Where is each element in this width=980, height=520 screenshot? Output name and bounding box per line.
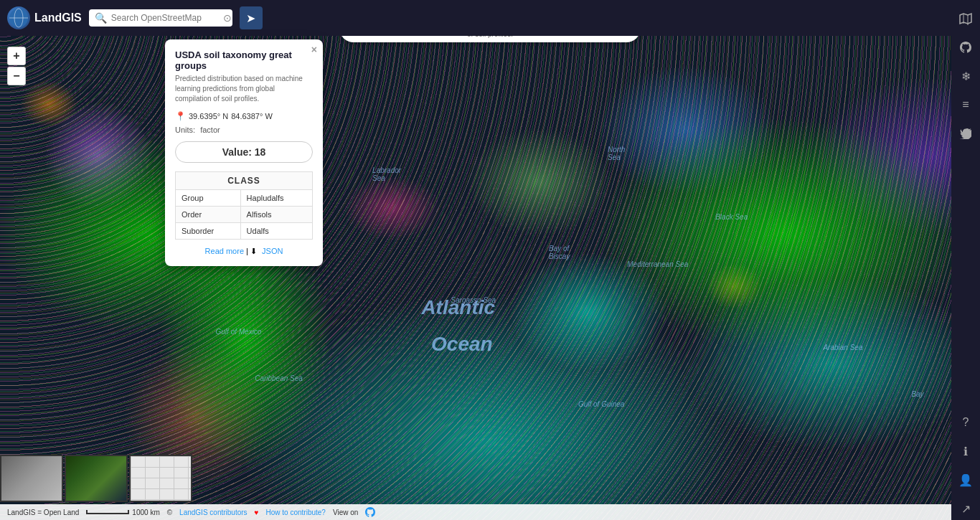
logo-icon — [7, 6, 30, 29]
search-submit-icon[interactable]: ⊙ — [223, 12, 232, 24]
sidebar-star-icon[interactable]: ❄ — [954, 65, 977, 88]
zoom-in-button[interactable]: + — [7, 47, 26, 65]
sidebar-map-icon[interactable] — [954, 7, 977, 30]
popup-title: USDA soil taxonomy great groups — [175, 49, 313, 71]
search-input[interactable] — [111, 13, 219, 23]
read-more-link[interactable]: Read more — [205, 247, 244, 255]
how-to-link[interactable]: How to contribute? — [266, 509, 326, 516]
thumbnail-satellite[interactable] — [65, 455, 128, 502]
popup-units: Units: factor — [175, 126, 313, 134]
row-val-suborder: Udalfs — [240, 223, 312, 240]
logo-text: LandGIS — [34, 11, 82, 24]
sidebar-share-icon[interactable]: ↗ — [954, 497, 977, 520]
popup-description: Predicted distribution based on machine … — [175, 74, 313, 104]
sidebar-menu-icon[interactable]: ≡ — [954, 93, 977, 116]
download-icon: ⬇ — [250, 247, 257, 255]
zoom-controls: + − — [7, 47, 26, 85]
class-table: CLASS Group Hapludalfs Order Alfisols Su… — [175, 171, 313, 240]
row-key-suborder: Suborder — [176, 223, 241, 240]
sidebar-user-icon[interactable]: 👤 — [954, 468, 977, 491]
status-bar: LandGIS = Open Land 1000 km © LandGIS co… — [0, 504, 951, 520]
popup-footer: Read more | ⬇ JSON — [175, 247, 313, 256]
scale-line — [86, 510, 129, 514]
popup-coordinates: 📍 39.6395° N 84.6387° W — [175, 111, 313, 121]
contributors-text[interactable]: LandGIS contributors — [179, 509, 248, 516]
row-val-group: Hapludalfs — [240, 190, 312, 207]
view-on-text: View on — [333, 509, 358, 516]
units-value: factor — [200, 126, 220, 134]
class-header: CLASS — [176, 172, 313, 190]
pin-icon: 📍 — [175, 111, 186, 121]
right-sidebar: ❄ ≡ ? ℹ 👤 ↗ — [951, 0, 980, 520]
json-link[interactable]: JSON — [262, 247, 283, 255]
heart-icon: ♥ — [255, 509, 259, 516]
sidebar-help-icon[interactable]: ? — [954, 411, 977, 434]
thumbnail-strip — [0, 455, 192, 502]
sidebar-info-icon[interactable]: ℹ — [954, 440, 977, 463]
scale-label: 1000 km — [132, 509, 159, 516]
popup-value-box: Value: 18 — [175, 141, 313, 163]
map-background[interactable] — [0, 0, 980, 520]
thumbnail-grayscale[interactable] — [0, 455, 63, 502]
brand-text: LandGIS = Open Land — [7, 509, 79, 516]
thumbnail-outline[interactable] — [129, 455, 192, 502]
close-button[interactable]: × — [311, 44, 317, 55]
table-row: Group Hapludalfs — [176, 190, 313, 207]
info-popup: × USDA soil taxonomy great groups Predic… — [165, 39, 323, 266]
table-row: Suborder Udalfs — [176, 223, 313, 240]
table-row: Order Alfisols — [176, 207, 313, 223]
github-link[interactable] — [365, 507, 375, 517]
search-bar[interactable]: 🔍 ⊙ — [89, 9, 232, 27]
sidebar-twitter-icon[interactable] — [954, 122, 977, 145]
header: LandGIS 🔍 ⊙ ➤ — [0, 0, 980, 36]
units-label: Units: — [175, 126, 195, 134]
coord-lon: 84.6387° W — [231, 112, 273, 120]
scale-bar: 1000 km — [86, 509, 159, 516]
coord-lat: 39.6395° N — [189, 112, 228, 120]
row-key-group: Group — [176, 190, 241, 207]
sidebar-github-icon[interactable] — [954, 36, 977, 59]
contributors-icon: © — [167, 509, 172, 516]
logo[interactable]: LandGIS — [7, 6, 82, 29]
row-key-order: Order — [176, 207, 241, 223]
navigate-icon[interactable]: ➤ — [240, 6, 263, 29]
search-icon: 🔍 — [95, 12, 107, 24]
zoom-out-button[interactable]: − — [7, 67, 26, 85]
row-val-order: Alfisols — [240, 207, 312, 223]
